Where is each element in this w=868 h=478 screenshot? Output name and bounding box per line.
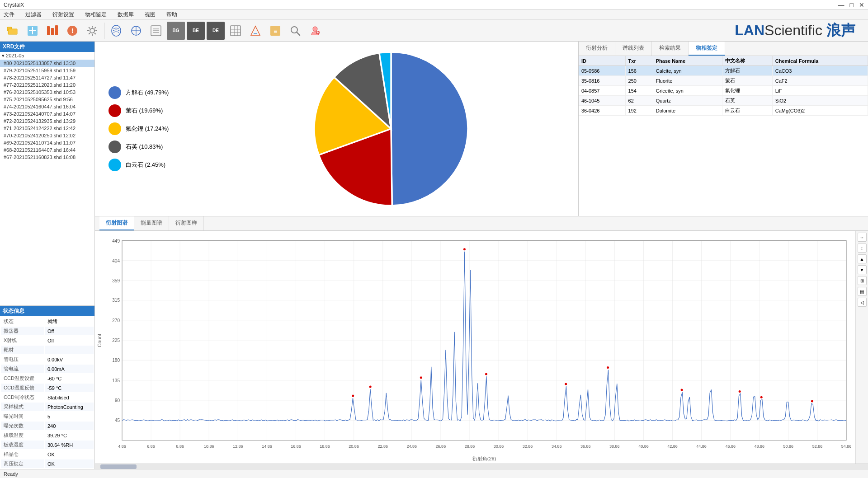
phase-table-cell: 36-0426 xyxy=(579,106,625,116)
toolbar-btn-15[interactable]: + xyxy=(306,22,324,40)
settings-button[interactable] xyxy=(83,22,101,40)
chart-x-label: 18.86 xyxy=(320,444,330,449)
menu-database[interactable]: 数据库 xyxy=(116,10,136,19)
toolbar-btn-13[interactable]: ≡ xyxy=(266,22,284,40)
phase-table-row[interactable]: 04-0857154Griceite, syn氟化锂LiF xyxy=(579,86,868,96)
chart-x-label: 24.86 xyxy=(407,444,417,449)
chart-ctrl-down[interactable]: ▼ xyxy=(858,265,867,274)
file-tree[interactable]: ▾ 2021-05 #80-20210525133057.shd 13:30#7… xyxy=(0,52,94,305)
chart-scroll-x[interactable] xyxy=(95,464,868,469)
chart-y-label: 90 xyxy=(115,398,120,403)
menu-file[interactable]: 文件 xyxy=(2,10,16,19)
phase-table-row[interactable]: 36-0426192Dolomite白云石CaMg(CO3)2 xyxy=(579,106,868,116)
minimize-button[interactable]: — xyxy=(838,1,844,9)
phase-data-table: IDTxrPhase Name中文名称Chemical Formula05-05… xyxy=(579,56,868,116)
menu-phase-id[interactable]: 物相鉴定 xyxy=(83,10,108,19)
status-value: 39.29 °C xyxy=(45,431,94,440)
menu-bar: 文件 过滤器 衍射设置 物相鉴定 数据库 视图 帮助 xyxy=(0,10,868,20)
menu-view[interactable]: 视图 xyxy=(143,10,157,19)
chart-y-label: 270 xyxy=(112,318,120,323)
file-tree-item[interactable]: #73-20210524140707.shd 14:07 xyxy=(0,110,94,117)
peak-marker xyxy=(681,389,683,391)
file-tree-item[interactable]: #74-20210524160447.shd 16:04 xyxy=(0,103,94,110)
file-tree-item[interactable]: #78-20210525114727.shd 11:47 xyxy=(0,74,94,81)
phase-table-scroll[interactable]: IDTxrPhase Name中文名称Chemical Formula05-05… xyxy=(579,56,868,216)
file-tree-item[interactable]: #75-20210525095625.shd 9:56 xyxy=(0,96,94,103)
right-content: 方解石 (49.79%)萤石 (19.69%)氟化锂 (17.24%)石英 (1… xyxy=(95,42,868,469)
status-label: 靶材 xyxy=(1,346,44,354)
status-value: OK xyxy=(45,459,94,468)
file-tree-item[interactable]: #70-20210524120250.shd 12:02 xyxy=(0,132,94,139)
status-value: -59 °C xyxy=(45,384,94,392)
phase-table-row[interactable]: 05-0586156Calcite, syn方解石CaCO3 xyxy=(579,66,868,76)
chart-ctrl-collapse[interactable]: ◁ xyxy=(858,298,867,307)
file-tree-item[interactable]: #72-20210524132935.shd 13:29 xyxy=(0,117,94,125)
tree-year[interactable]: ▾ 2021-05 xyxy=(0,52,94,60)
phase-table-row[interactable]: 46-104562Quartz石英SiO2 xyxy=(579,96,868,106)
chart-x-label: 44.86 xyxy=(696,444,707,449)
chart-tab[interactable]: 衍射图样 xyxy=(169,216,204,230)
open-file-button[interactable] xyxy=(4,22,22,40)
phase-tab[interactable]: 衍射分析 xyxy=(579,42,615,56)
svg-rect-7 xyxy=(55,25,58,35)
phase-tab[interactable]: 物相鉴定 xyxy=(689,42,725,56)
chart-ctrl-arrows[interactable]: ↔ xyxy=(858,233,867,242)
file-tree-item[interactable]: #76-20210525105350.shd 10:53 xyxy=(0,89,94,96)
phase-tab[interactable]: 检索结果 xyxy=(652,42,689,56)
legend-color xyxy=(108,86,121,99)
phase-table-cell: 萤石 xyxy=(722,76,772,86)
file-tree-item[interactable]: #71-20210524124222.shd 12:42 xyxy=(0,125,94,132)
left-panel: XRD文件 ▾ 2021-05 #80-20210525133057.shd 1… xyxy=(0,42,95,469)
title-bar: CrystalX — □ ✕ xyxy=(0,0,868,10)
toolbar-btn-8[interactable]: BG xyxy=(167,22,185,40)
phase-table-cell: 46-1045 xyxy=(579,96,625,106)
menu-filter[interactable]: 过滤器 xyxy=(24,10,43,19)
maximize-button[interactable]: □ xyxy=(850,1,854,9)
chart-x-label: 8.86 xyxy=(176,444,184,449)
menu-diffraction-settings[interactable]: 衍射设置 xyxy=(51,10,76,19)
status-label: CCD制冷状态 xyxy=(1,393,44,402)
chart-ctrl-table[interactable]: ▤ xyxy=(858,287,867,296)
close-button[interactable]: ✕ xyxy=(859,1,864,9)
toolbar-btn-10[interactable]: DE xyxy=(207,22,225,40)
toolbar-btn-11[interactable] xyxy=(226,22,245,40)
phase-table-cell: 250 xyxy=(625,76,653,86)
file-tree-item[interactable]: #67-20210521160823.shd 16:08 xyxy=(0,154,94,161)
search-button[interactable] xyxy=(286,22,304,40)
toolbar-btn-4[interactable]: ! xyxy=(63,22,81,40)
legend-color xyxy=(108,122,121,135)
phase-tab[interactable]: 谱线列表 xyxy=(615,42,652,56)
window-controls[interactable]: — □ ✕ xyxy=(838,1,864,9)
chart-ctrl-expand[interactable]: ⊞ xyxy=(858,276,867,285)
toolbar-btn-7[interactable] xyxy=(147,22,165,40)
toolbar-btn-9[interactable]: BE xyxy=(187,22,205,40)
phase-table-cell: 石英 xyxy=(722,96,772,106)
file-tree-item[interactable]: #79-20210525115959.shd 11:59 xyxy=(0,67,94,74)
chart-x-label: 10.86 xyxy=(204,444,214,449)
svg-rect-1 xyxy=(8,29,17,34)
svg-line-17 xyxy=(94,27,96,28)
toolbar-btn-2[interactable] xyxy=(24,22,42,40)
file-tree-item[interactable]: #80-20210525133057.shd 13:30 xyxy=(0,60,94,67)
phase-table-row[interactable]: 35-0816250Fluorite萤石CaF2 xyxy=(579,76,868,86)
toolbar-btn-3[interactable] xyxy=(43,22,61,40)
file-tree-item[interactable]: #69-20210524110714.shd 11:07 xyxy=(0,139,94,146)
chart-ctrl-up[interactable]: ▲ xyxy=(858,254,867,263)
toolbar-btn-6[interactable] xyxy=(127,22,145,40)
chart-scroll-thumb[interactable] xyxy=(100,464,137,469)
legend-color xyxy=(108,159,121,171)
chart-tab[interactable]: 衍射图谱 xyxy=(99,216,134,230)
toolbar-btn-12[interactable] xyxy=(246,22,264,40)
chart-x-label: 30.86 xyxy=(494,444,504,449)
chart-x-label: 40.86 xyxy=(638,444,649,449)
status-label: CCD温度设置 xyxy=(1,374,44,383)
file-tree-item[interactable]: #68-20210521164407.shd 16:44 xyxy=(0,146,94,154)
menu-help[interactable]: 帮助 xyxy=(165,10,179,19)
toolbar-sep-1 xyxy=(104,23,104,39)
status-row: 板载湿度30.64 %RH xyxy=(1,441,94,449)
fingerprint-button[interactable] xyxy=(107,22,125,40)
chart-tab[interactable]: 能量图谱 xyxy=(134,216,169,230)
peak-marker xyxy=(607,366,609,369)
chart-ctrl-arrows2[interactable]: ↕ xyxy=(858,244,867,253)
file-tree-item[interactable]: #77-20210525112020.shd 11:20 xyxy=(0,81,94,89)
